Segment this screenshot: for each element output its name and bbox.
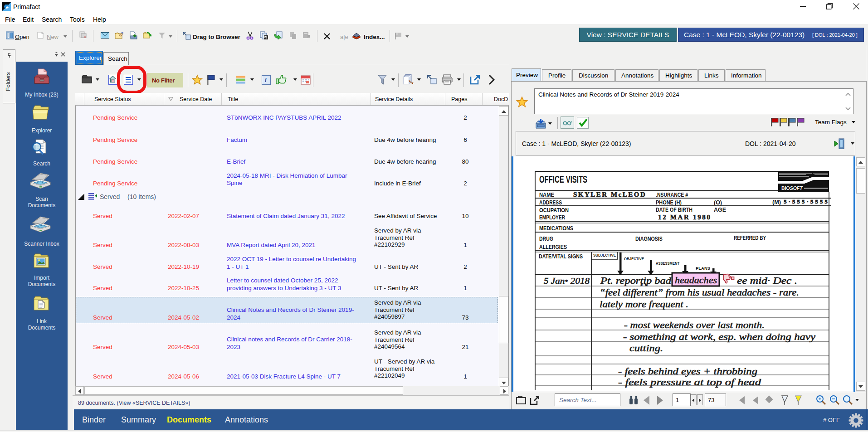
svg-text:“feel different” from his usua: “feel different” from his usual headache… (600, 287, 799, 298)
svg-text:MEDICATIONS: MEDICATIONS (539, 225, 573, 232)
svg-text:DRUG: DRUG (539, 236, 553, 242)
svg-text:OBJECTIVE: OBJECTIVE (624, 257, 644, 261)
svg-text:5·555·5555: 5·555·5555 (784, 198, 828, 205)
svg-text:ALLERGIES: ALLERGIES (539, 244, 567, 250)
svg-text:Pt. reporţi͕p bad: Pt. reporţi͕p bad (600, 276, 672, 286)
svg-text:PHONE (H): PHONE (H) (656, 199, 682, 206)
svg-text:headaches: headaches (675, 275, 717, 285)
svg-text:BIOSOFT: BIOSOFT (781, 185, 803, 191)
svg-text:AGE: AGE (714, 207, 726, 213)
svg-text:- feels behind eyes + throbbin: - feels behind eyes + throbbing (618, 366, 757, 377)
svg-text:- something at work, esp. when: - something at work, esp. when doing hav… (623, 332, 815, 342)
svg-text:EMPLOYER: EMPLOYER (539, 214, 565, 221)
svg-text:- feels pressure at top of hea: - feels pressure at top of head (618, 377, 761, 388)
svg-text:cutting.: cutting. (629, 343, 663, 354)
svg-text:OFFICE VISITS: OFFICE VISITS (539, 174, 587, 185)
svg-text:(O): (O) (714, 199, 722, 206)
svg-text:DATE OF BIRTH: DATE OF BIRTH (656, 207, 692, 213)
svg-text:lately more frequent .: lately more frequent . (600, 299, 688, 310)
svg-text:(M): (M) (772, 199, 781, 205)
svg-text:DATE/VITAL SIGNS: DATE/VITAL SIGNS (539, 253, 583, 260)
svg-text:PLANS: PLANS (696, 266, 710, 271)
svg-text:DIAGNOSIS: DIAGNOSIS (635, 236, 663, 242)
svg-text:ADDRESS: ADDRESS (539, 199, 562, 206)
svg-text:- most weekends over last mont: - most weekends over last month. (624, 320, 765, 330)
svg-text:5 Jan• 2018: 5 Jan• 2018 (544, 277, 590, 286)
svg-text:ASSESSMENT: ASSESSMENT (656, 261, 679, 266)
svg-text:OCUPATION: OCUPATION (539, 207, 569, 214)
svg-text:REFERRED BY: REFERRED BY (734, 235, 766, 241)
svg-text:ee mid· Dec .: ee mid· Dec . (737, 276, 797, 286)
svg-text:SKYLER McLEOD: SKYLER McLEOD (573, 191, 646, 198)
svg-text:SUBJECTIVE: SUBJECTIVE (593, 253, 616, 257)
svg-text:12 MAR 1980: 12 MAR 1980 (658, 214, 710, 221)
svg-text:.NSURANCE #: .NSURANCE # (656, 192, 688, 198)
svg-text:NAME: NAME (539, 192, 554, 198)
